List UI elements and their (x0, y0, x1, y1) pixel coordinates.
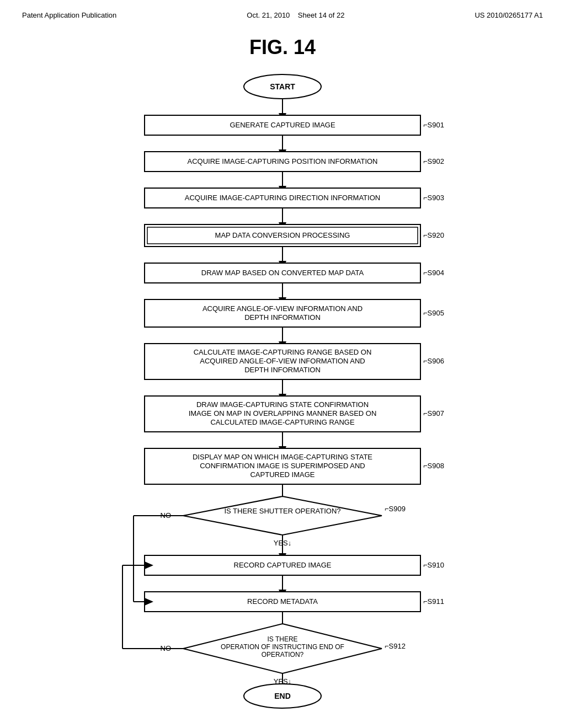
s903-label: ACQUIRE IMAGE-CAPTURING DIRECTION INFORM… (185, 194, 380, 202)
page-header: Patent Application Publication Oct. 21, … (22, 11, 543, 19)
s912-label-1: IS THERE (267, 635, 297, 643)
s908-label-3: CAPTURED IMAGE (250, 470, 315, 479)
s911-step: ⌐S911 (423, 597, 444, 606)
s905-label-1: ACQUIRE ANGLE-OF-VIEW INFORMATION AND (202, 304, 363, 313)
s909-step: ⌐S909 (385, 505, 406, 513)
s907-label-1: DRAW IMAGE-CAPTURING STATE CONFIRMATION (196, 400, 369, 409)
flowchart-svg: START GENERATE CAPTURED IMAGE ⌐S901 ACQU… (89, 70, 476, 704)
s908-label-2: CONFIRMATION IMAGE IS SUPERIMPOSED AND (200, 462, 365, 470)
s909-diamond (183, 496, 382, 535)
s906-label-3: DEPTH INFORMATION (244, 366, 321, 374)
s906-step: ⌐S906 (423, 357, 444, 365)
s902-label: ACQUIRE IMAGE-CAPTURING POSITION INFORMA… (188, 157, 378, 165)
s908-step: ⌐S908 (423, 462, 444, 470)
s910-step: ⌐S910 (423, 561, 444, 569)
s903-step: ⌐S903 (423, 194, 444, 202)
s912-label-2: OPERATION OF INSTRUCTING END OF (221, 643, 344, 651)
figure-title: FIG. 14 (22, 36, 543, 59)
s912-step: ⌐S912 (385, 642, 406, 650)
s909-label-1: IS THERE SHUTTER OPERATION? (224, 507, 340, 515)
s907-label-3: CALCULATED IMAGE-CAPTURING RANGE (210, 418, 355, 426)
s911-label: RECORD METADATA (247, 597, 318, 606)
s920-step: ⌐S920 (423, 231, 444, 239)
flowchart: START GENERATE CAPTURED IMAGE ⌐S901 ACQU… (22, 70, 543, 704)
s902-step: ⌐S902 (423, 157, 444, 165)
s905-label-2: DEPTH INFORMATION (244, 313, 321, 322)
header-center: Oct. 21, 2010 Sheet 14 of 22 (247, 11, 344, 19)
end-label: END (274, 692, 291, 700)
s908-label-1: DISPLAY MAP ON WHICH IMAGE-CAPTURING STA… (193, 453, 372, 461)
s904-label: DRAW MAP BASED ON CONVERTED MAP DATA (201, 269, 364, 277)
s905-step: ⌐S905 (423, 309, 444, 317)
s907-step: ⌐S907 (423, 409, 444, 417)
s906-label-1: CALCULATE IMAGE-CAPTURING RANGE BASED ON (194, 348, 372, 356)
s901-step: ⌐S901 (423, 121, 444, 129)
start-label: START (270, 82, 295, 91)
s907-label-2: IMAGE ON MAP IN OVERLAPPING MANNER BASED… (189, 409, 377, 417)
s912-label-3: OPERATION? (262, 651, 304, 659)
s901-label: GENERATE CAPTURED IMAGE (230, 121, 335, 129)
s920-label: MAP DATA CONVERSION PROCESSING (215, 231, 350, 239)
header-right: US 2010/0265177 A1 (475, 11, 543, 19)
header-left: Patent Application Publication (22, 11, 116, 19)
s910-label: RECORD CAPTURED IMAGE (234, 561, 332, 569)
s904-step: ⌐S904 (423, 269, 444, 277)
s906-label-2: ACQUIRED ANGLE-OF-VIEW INFORMATION AND (200, 357, 365, 365)
